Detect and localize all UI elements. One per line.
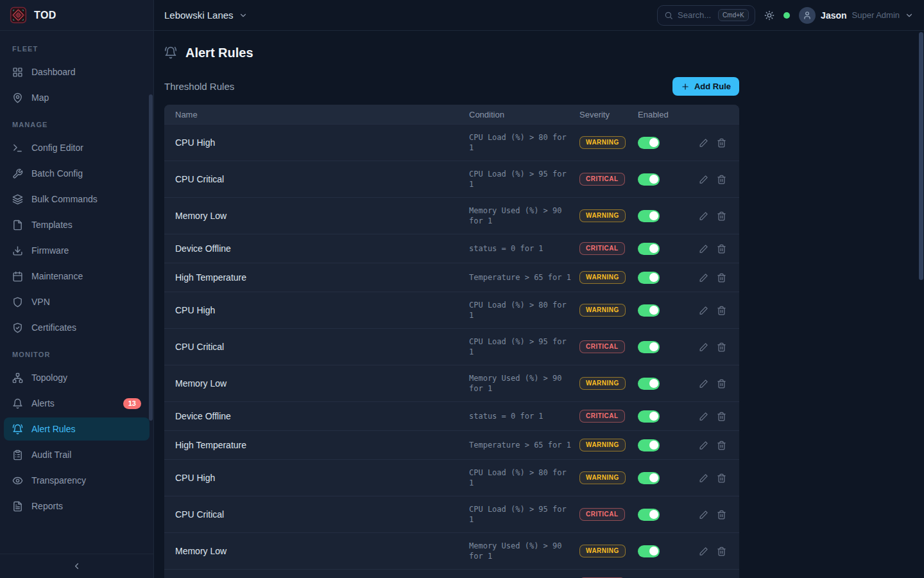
org-switcher[interactable]: Lebowski Lanes <box>164 10 248 21</box>
enabled-toggle[interactable] <box>638 439 660 451</box>
user-name: Jason <box>821 10 846 21</box>
delete-rule-button[interactable] <box>717 379 726 389</box>
sidebar-item-dashboard[interactable]: Dashboard <box>4 60 150 83</box>
layers-icon <box>12 194 23 205</box>
sidebar-item-alerts[interactable]: Alerts 13 <box>4 392 150 415</box>
edit-rule-button[interactable] <box>699 547 708 556</box>
sidebar: TOD FLEET Dashboard Map MANAGE Config Ed… <box>0 0 154 578</box>
theme-toggle-button[interactable] <box>764 10 774 21</box>
search-box[interactable]: Cmd+K <box>657 5 755 26</box>
delete-rule-button[interactable] <box>717 306 726 315</box>
search-input[interactable] <box>678 10 714 20</box>
enabled-toggle[interactable] <box>638 410 660 423</box>
enabled-toggle[interactable] <box>638 137 660 149</box>
sidebar-item-maintenance[interactable]: Maintenance <box>4 265 150 288</box>
delete-rule-button[interactable] <box>717 211 726 221</box>
enabled-toggle[interactable] <box>638 173 660 186</box>
enabled-toggle[interactable] <box>638 341 660 353</box>
main-scrollbar-thumb[interactable] <box>919 32 923 280</box>
sidebar-item-reports[interactable]: Reports <box>4 495 150 518</box>
enabled-toggle[interactable] <box>638 210 660 222</box>
enabled-toggle[interactable] <box>638 304 660 317</box>
edit-rule-button[interactable] <box>699 244 708 254</box>
sidebar-item-alert-rules[interactable]: Alert Rules <box>4 417 150 441</box>
sidebar-item-certificates[interactable]: Certificates <box>4 316 150 339</box>
edit-rule-button[interactable] <box>699 412 708 421</box>
trash-icon <box>717 412 726 421</box>
enabled-toggle[interactable] <box>638 545 660 557</box>
sidebar-item-map[interactable]: Map <box>4 86 150 109</box>
sidebar-item-audit-trail[interactable]: Audit Trail <box>4 443 150 466</box>
edit-rule-button[interactable] <box>699 175 708 184</box>
search-shortcut-kbd: Cmd+K <box>718 9 749 21</box>
row-actions <box>693 379 726 389</box>
edit-rule-button[interactable] <box>699 441 708 450</box>
enabled-toggle[interactable] <box>638 272 660 284</box>
delete-rule-button[interactable] <box>717 273 726 283</box>
delete-rule-button[interactable] <box>717 441 726 450</box>
sidebar-item-config-editor[interactable]: Config Editor <box>4 136 150 159</box>
delete-rule-button[interactable] <box>717 244 726 254</box>
delete-rule-button[interactable] <box>717 547 726 556</box>
bell-ring-icon <box>12 424 23 435</box>
trash-icon <box>717 273 726 283</box>
delete-rule-button[interactable] <box>717 175 726 184</box>
delete-rule-button[interactable] <box>717 412 726 421</box>
enabled-toggle[interactable] <box>638 472 660 484</box>
delete-rule-button[interactable] <box>717 473 726 483</box>
rule-condition: status = 0 for 1 <box>469 243 572 254</box>
page-content: Alert Rules Threshold Rules Add Rule Nam… <box>154 31 924 578</box>
sidebar-item-templates[interactable]: Templates <box>4 213 150 236</box>
table-row: CPU Critical CPU Load (%) > 95 for 1 CRI… <box>164 496 739 532</box>
edit-rule-button[interactable] <box>699 342 708 352</box>
sidebar-scrollbar-thumb[interactable] <box>149 94 153 421</box>
edit-rule-button[interactable] <box>699 473 708 483</box>
table-row: Device Offline status = 0 for 1 CRITICAL <box>164 569 739 578</box>
sun-icon <box>764 10 774 21</box>
sidebar-item-topology[interactable]: Topology <box>4 366 150 389</box>
trash-icon <box>717 379 726 389</box>
pencil-icon <box>699 273 708 283</box>
sidebar-collapse-button[interactable] <box>0 554 153 578</box>
nav-section-label: MONITOR <box>4 342 150 363</box>
row-actions <box>693 412 726 421</box>
rule-condition: CPU Load (%) > 95 for 1 <box>469 337 572 357</box>
user-menu[interactable]: Jason Super Admin <box>799 7 914 24</box>
delete-rule-button[interactable] <box>717 342 726 352</box>
sidebar-item-batch-config[interactable]: Batch Config <box>4 162 150 185</box>
pencil-icon <box>699 379 708 389</box>
sidebar-item-label: Topology <box>31 372 67 383</box>
severity-badge: WARNING <box>579 304 626 317</box>
row-actions <box>693 342 726 352</box>
delete-rule-button[interactable] <box>717 510 726 520</box>
enabled-toggle[interactable] <box>638 509 660 521</box>
trash-icon <box>717 547 726 556</box>
sidebar-item-firmware[interactable]: Firmware <box>4 239 150 262</box>
enabled-toggle[interactable] <box>638 378 660 390</box>
sidebar-item-label: Batch Config <box>31 168 83 179</box>
edit-rule-button[interactable] <box>699 379 708 389</box>
edit-rule-button[interactable] <box>699 211 708 221</box>
edit-rule-button[interactable] <box>699 306 708 315</box>
severity-badge: WARNING <box>579 136 626 149</box>
rule-condition: Temperature > 65 for 1 <box>469 440 572 450</box>
app-title: TOD <box>34 10 56 21</box>
rule-name: CPU High <box>175 137 469 148</box>
edit-rule-button[interactable] <box>699 273 708 283</box>
pencil-icon <box>699 306 708 315</box>
sidebar-item-label: Transparency <box>31 475 86 486</box>
enabled-toggle[interactable] <box>638 243 660 255</box>
alerts-count-badge: 13 <box>123 398 141 409</box>
sidebar-item-label: VPN <box>31 297 50 307</box>
table-row: Memory Low Memory Used (%) > 90 for 1 WA… <box>164 365 739 401</box>
add-rule-button[interactable]: Add Rule <box>672 77 739 96</box>
edit-rule-button[interactable] <box>699 138 708 148</box>
sidebar-item-transparency[interactable]: Transparency <box>4 469 150 492</box>
edit-rule-button[interactable] <box>699 510 708 520</box>
plus-icon <box>681 82 690 91</box>
sidebar-item-vpn[interactable]: VPN <box>4 290 150 313</box>
row-actions <box>693 547 726 556</box>
delete-rule-button[interactable] <box>717 138 726 148</box>
table-row: CPU Critical CPU Load (%) > 95 for 1 CRI… <box>164 328 739 365</box>
sidebar-item-bulk-commands[interactable]: Bulk Commands <box>4 188 150 211</box>
